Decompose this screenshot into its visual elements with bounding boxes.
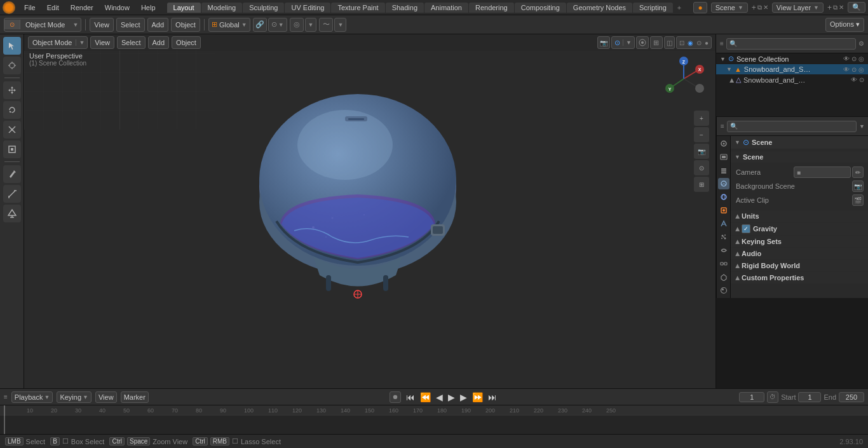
workspace-sculpting[interactable]: Sculpting xyxy=(243,3,284,13)
curve-button[interactable]: 〜 xyxy=(319,18,333,32)
proportional-button[interactable]: ◎ xyxy=(290,18,304,32)
props-search[interactable]: 🔍 xyxy=(727,121,857,132)
transform-orientation[interactable]: ⊞ Global ▼ xyxy=(208,18,250,32)
box-select-status[interactable]: B ☐ Box Select xyxy=(50,437,104,445)
local-view-button[interactable]: ⊙ xyxy=(694,160,709,175)
gizmo-button[interactable]: ⊞ xyxy=(650,36,663,49)
keying-selector[interactable]: Keying ▼ xyxy=(57,391,92,403)
zoom-out-button[interactable]: − xyxy=(694,127,709,142)
workspace-shading[interactable]: Shading xyxy=(386,3,424,13)
camera-view-button[interactable]: 📷 xyxy=(694,144,709,159)
view-menu[interactable]: View xyxy=(90,18,114,32)
scene-selector[interactable]: Scene ▼ xyxy=(711,3,748,13)
rotate-tool[interactable] xyxy=(3,101,21,119)
gravity-section-header[interactable]: ▶ Gravity xyxy=(731,222,868,235)
jump-start-button[interactable]: ⏮ xyxy=(405,392,416,402)
helmet-mesh-item[interactable]: ▶ △ Snowboard_and_Ski_Heli 👁 ⊙ xyxy=(716,74,868,85)
keying-sets-header[interactable]: ▶ Keying Sets xyxy=(731,236,868,247)
outliner-filter-icon[interactable]: ⚙ xyxy=(858,40,864,47)
scene-delete-icon[interactable]: ✕ xyxy=(763,4,768,11)
outliner-search[interactable]: 🔍 xyxy=(726,38,856,50)
mesh-eye-icon[interactable]: 👁 xyxy=(851,76,857,83)
xray-toggle[interactable]: ◫ xyxy=(664,36,675,49)
navigation-gizmo[interactable]: X Z Y xyxy=(658,53,709,104)
custom-props-header[interactable]: ▶ Custom Properties xyxy=(731,272,868,283)
select-menu[interactable]: Select xyxy=(116,18,145,32)
search-button[interactable]: 🔍 xyxy=(848,2,865,13)
background-scene-camera-icon[interactable]: 📷 xyxy=(852,180,864,192)
menu-render[interactable]: Render xyxy=(65,3,98,13)
play-pause-button[interactable]: ▶ xyxy=(447,392,456,402)
menu-edit[interactable]: Edit xyxy=(42,3,64,13)
helmet-collection-item[interactable]: ▼ ▲ Snowboard_and_Ski_Helmet 👁 ⊙ ◎ xyxy=(716,64,868,74)
object-mode-selector[interactable]: ⊙ Object Mode ▼ xyxy=(4,18,81,32)
rendered-button[interactable]: ● xyxy=(703,39,710,46)
view-layer-add-icon[interactable]: + xyxy=(827,3,832,12)
props-data-icon[interactable] xyxy=(718,271,729,283)
gravity-checkbox[interactable] xyxy=(742,224,750,233)
add-workspace-button[interactable]: + xyxy=(674,3,685,13)
annotate-tool[interactable] xyxy=(3,165,21,183)
snap-type[interactable]: ⊙ ▼ xyxy=(268,18,287,32)
select-status[interactable]: LMB Select xyxy=(5,437,45,445)
workspace-scripting[interactable]: Scripting xyxy=(633,3,673,13)
scene-subsection-header[interactable]: ▼ Scene xyxy=(731,151,868,163)
zoom-in-button[interactable]: + xyxy=(694,111,709,126)
view-all-button[interactable]: ⊞ xyxy=(694,177,709,192)
zoom-view-status[interactable]: Ctrl Space Zoom View xyxy=(109,437,187,445)
helmet-eye-icon[interactable]: 👁 xyxy=(843,66,850,73)
curve-falloff-chevron-icon[interactable]: ▼ xyxy=(334,18,346,32)
props-constraints-icon[interactable] xyxy=(718,258,729,269)
overlay-button[interactable] xyxy=(636,36,649,49)
next-frame-button[interactable]: ▶ xyxy=(459,392,468,402)
view-layer-copy-icon[interactable]: ⧉ xyxy=(833,4,837,11)
camera-edit-icon[interactable]: ✏ xyxy=(852,166,864,178)
scene-add-icon[interactable]: + xyxy=(752,3,756,12)
snap-button[interactable]: 🔗 xyxy=(253,18,267,32)
workspace-geometry-nodes[interactable]: Geometry Nodes xyxy=(567,3,632,13)
outliner-cursor-icon[interactable]: ⊙ xyxy=(851,55,857,62)
marker-menu-button[interactable]: Marker xyxy=(121,391,149,403)
workspace-compositing[interactable]: Compositing xyxy=(515,3,566,13)
props-object-icon[interactable] xyxy=(718,205,729,216)
props-menu-icon[interactable]: ≡ xyxy=(721,123,724,130)
active-clip-movie-icon[interactable]: 🎬 xyxy=(852,194,864,206)
workspace-layout[interactable]: Layout xyxy=(167,3,201,13)
outliner-eye-icon[interactable]: 👁 xyxy=(843,55,850,62)
prev-frame-button[interactable]: ◀ xyxy=(435,392,444,402)
timeline-menu-icon[interactable]: ≡ xyxy=(4,393,8,400)
viewport-camera-icon[interactable]: 📷 xyxy=(597,36,610,49)
viewport-object-menu[interactable]: Object xyxy=(172,36,201,49)
props-world-icon[interactable] xyxy=(718,191,729,203)
props-view-layer-icon[interactable] xyxy=(718,165,729,176)
next-keyframe-button[interactable]: ⏩ xyxy=(471,392,484,402)
props-physics-icon[interactable] xyxy=(718,245,729,256)
workspace-modeling[interactable]: Modeling xyxy=(201,3,243,13)
viewport-view-menu[interactable]: View xyxy=(90,36,114,49)
transform-tool[interactable] xyxy=(3,140,21,158)
menu-file[interactable]: File xyxy=(19,3,41,13)
scene-copy-icon[interactable]: ⧉ xyxy=(757,4,762,11)
options-button[interactable]: Options ▾ xyxy=(825,18,864,32)
view-layer-selector[interactable]: View Layer ▼ xyxy=(772,3,824,13)
record-button[interactable]: ⏺ xyxy=(390,391,401,403)
workspace-uv-editing[interactable]: UV Editing xyxy=(285,3,330,13)
props-material-icon[interactable] xyxy=(718,285,729,296)
viewport-object-mode[interactable]: Object Mode ▼ xyxy=(28,36,88,49)
camera-value[interactable]: ■ xyxy=(794,166,851,178)
material-button[interactable]: ⊙ xyxy=(695,39,703,46)
move-tool[interactable] xyxy=(3,81,21,99)
wireframe-button[interactable]: ⊡ xyxy=(678,39,686,46)
mesh-cursor-icon[interactable]: ⊙ xyxy=(859,76,864,83)
props-scene-icon[interactable] xyxy=(718,178,729,189)
helmet-render-icon[interactable]: ◎ xyxy=(858,66,864,73)
view-menu-button[interactable]: View xyxy=(95,391,117,403)
current-frame-input[interactable] xyxy=(739,392,764,402)
workspace-animation[interactable]: Animation xyxy=(424,3,468,13)
scale-tool[interactable] xyxy=(3,121,21,139)
viewport-select-menu[interactable]: Select xyxy=(117,36,146,49)
viewport-add-menu[interactable]: Add xyxy=(148,36,170,49)
engine-selector[interactable]: ● xyxy=(693,2,707,13)
scene-collection-item[interactable]: ▼ ⊙ Scene Collection 👁 ⊙ ◎ xyxy=(716,53,868,64)
select-tool[interactable] xyxy=(3,37,21,55)
